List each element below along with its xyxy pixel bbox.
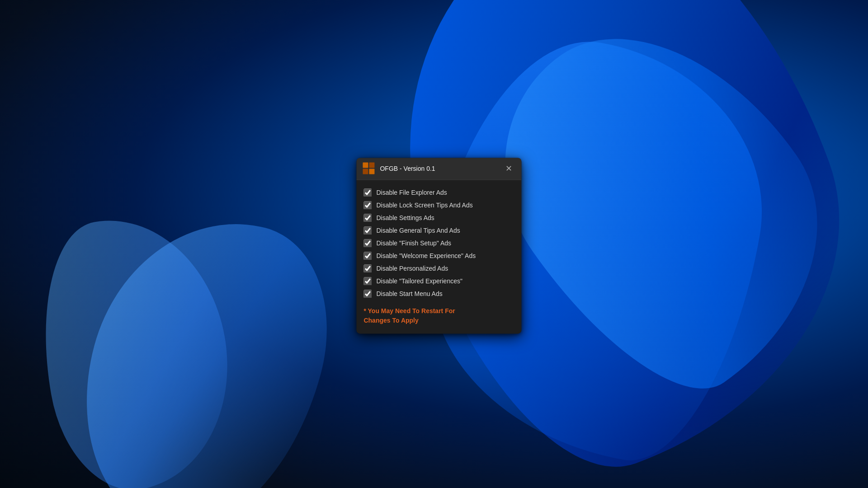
checkbox-1[interactable] [363,188,372,197]
checkbox-label-7[interactable]: Disable Personalized Ads [376,265,448,272]
restart-notice-line2: Changes To Apply [363,317,418,324]
checkbox-item-1[interactable]: Disable File Explorer Ads [363,186,514,199]
logo-cell-br [369,169,374,174]
ofgb-dialog: OFGB - Version 0.1 ✕ Disable File Explor… [356,158,521,333]
dialog-title: OFGB - Version 0.1 [380,165,435,172]
title-left: OFGB - Version 0.1 [363,162,435,175]
checkbox-5[interactable] [363,239,372,247]
checkbox-label-4[interactable]: Disable General Tips And Ads [376,227,460,234]
restart-notice-line1: * You May Need To Restart For [363,307,455,314]
checkbox-6[interactable] [363,252,372,260]
checkbox-label-1[interactable]: Disable File Explorer Ads [376,189,447,196]
checkbox-3[interactable] [363,214,372,222]
checkbox-8[interactable] [363,277,372,285]
checkbox-item-7[interactable]: Disable Personalized Ads [363,262,514,275]
checkbox-label-8[interactable]: Disable "Tailored Experiences" [376,277,462,285]
dialog-content: Disable File Explorer AdsDisable Lock Sc… [356,180,521,333]
checkbox-label-6[interactable]: Disable "Welcome Experience" Ads [376,252,476,259]
checkbox-label-5[interactable]: Disable "Finish Setup" Ads [376,239,451,247]
checkbox-item-5[interactable]: Disable "Finish Setup" Ads [363,237,514,249]
checkbox-item-9[interactable]: Disable Start Menu Ads [363,287,514,300]
logo-cell-tr [369,162,374,168]
checkbox-9[interactable] [363,290,372,298]
checkbox-4[interactable] [363,226,372,235]
close-button[interactable]: ✕ [502,162,515,175]
checkbox-label-3[interactable]: Disable Settings Ads [376,214,434,221]
checkbox-2[interactable] [363,201,372,209]
checkbox-label-2[interactable]: Disable Lock Screen Tips And Ads [376,202,472,209]
checkbox-item-4[interactable]: Disable General Tips And Ads [363,224,514,237]
logo-cell-tl [363,162,368,168]
checkbox-label-9[interactable]: Disable Start Menu Ads [376,290,442,297]
checkbox-item-2[interactable]: Disable Lock Screen Tips And Ads [363,199,514,211]
checkbox-item-8[interactable]: Disable "Tailored Experiences" [363,275,514,287]
checkbox-7[interactable] [363,264,372,272]
restart-notice: * You May Need To Restart For Changes To… [363,306,514,325]
dialog-titlebar: OFGB - Version 0.1 ✕ [356,158,521,180]
checkbox-item-6[interactable]: Disable "Welcome Experience" Ads [363,249,514,262]
app-logo-icon [363,162,375,175]
logo-cell-bl [363,169,368,174]
checkbox-item-3[interactable]: Disable Settings Ads [363,211,514,224]
checkbox-list: Disable File Explorer AdsDisable Lock Sc… [363,186,514,300]
